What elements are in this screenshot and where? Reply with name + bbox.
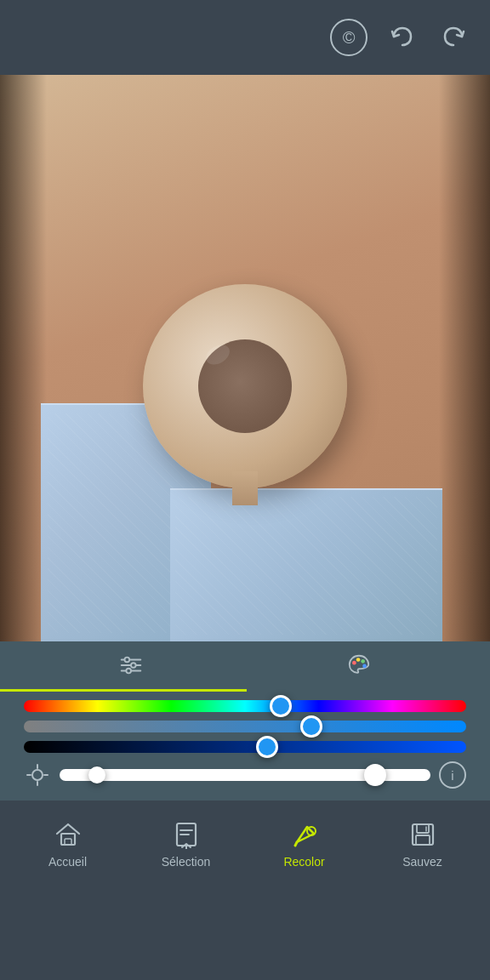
saturation-slider-thumb[interactable]: [300, 715, 322, 738]
recolor-icon: [288, 818, 321, 851]
brightness-slider-row: [24, 741, 466, 753]
nav-label-recolor: Recolor: [283, 855, 324, 869]
nav-item-home[interactable]: Accueil: [34, 818, 102, 869]
photo-canvas[interactable]: [0, 75, 490, 641]
info-button[interactable]: i: [439, 761, 466, 789]
svg-line-20: [295, 842, 297, 846]
svg-rect-24: [416, 835, 430, 845]
tab-adjust[interactable]: [17, 643, 245, 687]
svg-point-8: [361, 659, 365, 664]
hue-slider-thumb[interactable]: [270, 695, 292, 717]
bottom-nav: Accueil Sélection Recolor: [0, 801, 490, 886]
hue-slider-track[interactable]: [24, 700, 466, 712]
save-icon: [407, 818, 439, 851]
nav-item-selection[interactable]: Sélection: [152, 818, 220, 869]
svg-point-9: [362, 664, 367, 669]
svg-point-3: [125, 658, 130, 663]
svg-rect-23: [417, 824, 429, 833]
controls-panel: i: [0, 641, 490, 801]
nav-label-home: Accueil: [48, 855, 87, 869]
vase-object: [143, 284, 347, 505]
sliders-area: i: [0, 692, 490, 801]
brush-row: i: [24, 761, 466, 789]
hue-slider-row: [24, 700, 466, 712]
tab-palette[interactable]: [245, 643, 473, 687]
photo-right-shadow: [439, 75, 490, 641]
vase-neck: [232, 471, 258, 505]
nav-label-selection: Sélection: [162, 855, 211, 869]
photo-left-shadow: [0, 75, 47, 641]
saturation-slider-track[interactable]: [24, 721, 466, 732]
nav-item-save[interactable]: Sauvez: [389, 818, 457, 869]
blue-block-short: [170, 488, 442, 641]
nav-label-save: Sauvez: [402, 855, 442, 869]
svg-point-6: [352, 661, 356, 665]
svg-point-10: [32, 770, 43, 780]
top-bar: ©: [0, 0, 490, 75]
brightness-slider-thumb[interactable]: [256, 736, 278, 758]
vase-hole: [198, 339, 292, 433]
copyright-icon[interactable]: ©: [330, 19, 368, 56]
nav-item-recolor[interactable]: Recolor: [271, 818, 339, 869]
saturation-slider-row: [24, 721, 466, 732]
tab-row: [0, 641, 490, 689]
svg-point-4: [131, 663, 136, 668]
redo-button[interactable]: [436, 19, 473, 56]
brightness-slider-track[interactable]: [24, 741, 466, 753]
brush-small-thumb[interactable]: [88, 766, 105, 783]
brush-large-thumb[interactable]: [364, 764, 386, 786]
undo-button[interactable]: [383, 19, 420, 56]
home-icon: [52, 818, 84, 851]
brush-size-track[interactable]: [60, 769, 430, 781]
brightness-adjust-icon: [24, 761, 51, 789]
vase-outer: [143, 284, 347, 488]
svg-point-5: [126, 669, 131, 674]
selection-icon: [170, 818, 202, 851]
svg-point-7: [356, 658, 361, 662]
